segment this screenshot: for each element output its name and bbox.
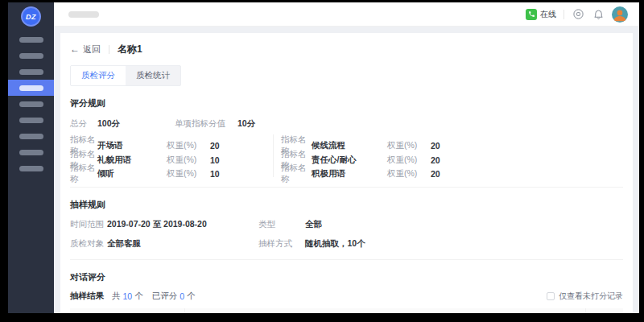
column-header: 时间 [184, 308, 262, 314]
sidebar-item[interactable] [8, 160, 54, 176]
tab-quality-scoring[interactable]: 质检评分 [71, 66, 126, 85]
sidebar-item-placeholder [19, 69, 43, 75]
sidebar-item-placeholder [19, 166, 43, 171]
sampling-label: 时间范围 [70, 219, 107, 230]
sampling-label: 类型 [258, 219, 305, 230]
indicator-column-right: 指标名称候线流程权重(%)20指标名称责任心/耐心权重(%)20指标名称积极用语… [273, 134, 623, 177]
sidebar-item-placeholder [19, 101, 43, 107]
topbar-divider [564, 10, 564, 19]
sidebar-item-placeholder [19, 85, 43, 91]
tab-quality-stats[interactable]: 质检统计 [126, 66, 180, 85]
sidebar-item-placeholder [19, 150, 43, 155]
summary-total-count: 10 [123, 291, 133, 301]
column-header: 责任心/耐心 [423, 308, 473, 314]
table-header-row: 客户号码客服时间通话时长开场语候线流程礼貌用语责任心/耐心倾听积极用语评价操作 [70, 308, 623, 314]
scoring-totals-row: 总分 100分 单项指标分值 10分 [70, 118, 623, 130]
column-header: 客户号码 [70, 308, 139, 314]
indicator-name: 倾听 [97, 168, 167, 180]
sampling-value: 2019-07-20 至 2019-08-20 [107, 219, 258, 230]
scoring-table: 客户号码客服时间通话时长开场语候线流程礼貌用语责任心/耐心倾听积极用语评价操作 … [70, 308, 623, 314]
summary-scored-prefix: 已评分 [152, 291, 178, 302]
dialog-scoring-title: 对话评分 [70, 271, 623, 283]
summary-label: 抽样结果 [70, 291, 104, 302]
summary-total-prefix: 共 [112, 291, 121, 302]
column-header: 操作 [585, 308, 623, 314]
sidebar-item[interactable] [8, 144, 54, 160]
sidebar: DZ [8, 2, 54, 313]
section-divider [70, 259, 623, 260]
total-score-value: 100分 [97, 118, 175, 130]
brand-logo[interactable]: DZ [21, 6, 41, 27]
tab-bar: 质检评分质检统计 [70, 65, 181, 86]
sampling-rows: 时间范围2019-07-20 至 2019-08-20类型全部质检对象全部客服抽… [70, 219, 623, 250]
sampling-value: 全部 [305, 219, 623, 230]
column-header: 候线流程 [342, 308, 382, 314]
breadcrumb: ← 返回 名称1 [70, 41, 623, 57]
column-header: 评价 [548, 308, 585, 314]
sidebar-item-placeholder [19, 37, 43, 43]
sampling-row: 质检对象全部客服抽样方式随机抽取，10个 [70, 238, 623, 250]
summary-scored-count: 0 [180, 291, 184, 301]
sidebar-nav [8, 31, 54, 176]
column-header: 倾听 [473, 308, 508, 314]
column-header: 通话时长 [262, 308, 305, 314]
apps-icon[interactable] [572, 8, 584, 21]
sampling-summary-row: 抽样结果 共 10 个 已评分 0 个 仅查看未打分记录 [70, 291, 623, 302]
indicator-row: 指标名称开场语权重(%)20 [70, 134, 273, 149]
content-area: ← 返回 名称1 质检评分质检统计 评分规则 总分 100分 单项指标分值 10… [54, 27, 639, 313]
total-score-label: 总分 [70, 118, 97, 130]
sidebar-item[interactable] [8, 128, 54, 144]
unscored-filter-checkbox[interactable] [547, 292, 555, 300]
sampling-row: 时间范围2019-07-20 至 2019-08-20类型全部 [70, 219, 623, 230]
sampling-value: 全部客服 [107, 238, 258, 250]
indicator-row: 指标名称责任心/耐心权重(%)20 [281, 149, 623, 163]
unscored-filter-label: 仅查看未打分记录 [559, 291, 623, 302]
scoring-rules-title: 评分规则 [70, 97, 623, 109]
agent-status[interactable]: 在线 [526, 9, 556, 20]
summary-total-unit: 个 [134, 291, 143, 302]
indicator-name: 积极用语 [312, 168, 387, 180]
sidebar-item-placeholder [19, 118, 43, 123]
column-header: 客服 [139, 308, 184, 314]
weight-label: 权重(%) [387, 168, 431, 180]
indicator-row: 指标名称候线流程权重(%)20 [281, 134, 623, 149]
topbar: 在线 [54, 2, 639, 27]
sampling-value: 随机抽取，10个 [305, 238, 623, 250]
sampling-label: 抽样方式 [258, 238, 305, 250]
main-area: 在线 ← 返回 [54, 2, 639, 313]
sidebar-item[interactable] [8, 31, 54, 47]
app-window: DZ 在线 [8, 2, 639, 313]
section-divider [70, 187, 623, 188]
sidebar-item-placeholder [19, 134, 43, 139]
sidebar-item[interactable] [8, 47, 54, 64]
detail-card: ← 返回 名称1 质检评分质检统计 评分规则 总分 100分 单项指标分值 10… [60, 33, 633, 313]
avatar[interactable] [612, 6, 628, 23]
sidebar-item[interactable] [8, 112, 54, 128]
sidebar-item[interactable] [8, 96, 54, 112]
sidebar-item[interactable] [8, 64, 54, 80]
back-arrow-icon: ← [70, 44, 80, 54]
back-label: 返回 [83, 43, 101, 56]
weight-value: 20 [431, 169, 623, 179]
indicator-row: 指标名称倾听权重(%)10 [70, 163, 273, 177]
sampling-rules-title: 抽样规则 [70, 199, 623, 211]
sidebar-item[interactable] [8, 80, 54, 96]
topbar-breadcrumb-placeholder [68, 11, 99, 18]
column-header: 礼貌用语 [382, 308, 423, 314]
status-label: 在线 [540, 9, 556, 20]
sidebar-item-placeholder [19, 53, 43, 59]
item-score-label: 单项指标分值 [175, 118, 237, 130]
indicator-grid: 指标名称开场语权重(%)20指标名称礼貌用语权重(%)10指标名称倾听权重(%)… [70, 134, 623, 177]
bell-icon[interactable] [592, 8, 605, 21]
page-title: 名称1 [118, 43, 142, 56]
breadcrumb-divider [109, 45, 109, 54]
column-header: 开场语 [305, 308, 342, 314]
indicator-row: 指标名称礼貌用语权重(%)10 [70, 149, 273, 163]
indicator-row: 指标名称积极用语权重(%)20 [281, 163, 623, 177]
column-header: 积极用语 [508, 308, 548, 314]
indicator-column-left: 指标名称开场语权重(%)20指标名称礼貌用语权重(%)10指标名称倾听权重(%)… [70, 134, 273, 177]
weight-label: 权重(%) [167, 168, 210, 180]
summary-scored-unit: 个 [187, 291, 196, 302]
back-button[interactable]: ← 返回 [70, 43, 101, 56]
sampling-label: 质检对象 [70, 238, 107, 250]
